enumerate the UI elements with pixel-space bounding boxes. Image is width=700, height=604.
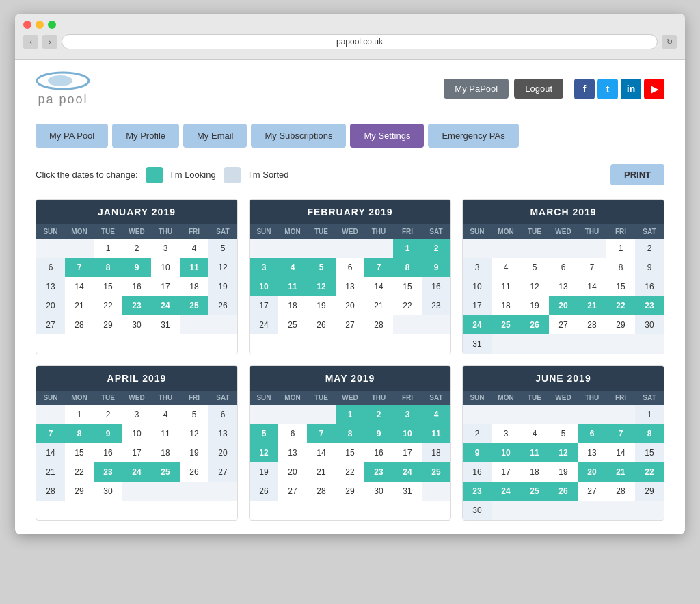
linkedin-icon[interactable]: in xyxy=(621,79,641,99)
day-cell[interactable]: 2 xyxy=(364,405,393,424)
day-cell[interactable]: 2 xyxy=(94,405,122,424)
day-cell[interactable]: 14 xyxy=(65,277,94,296)
day-cell[interactable]: 11 xyxy=(180,258,208,277)
day-cell[interactable]: 26 xyxy=(180,462,208,482)
twitter-icon[interactable]: t xyxy=(597,79,618,99)
day-cell[interactable]: 25 xyxy=(520,482,549,501)
day-cell[interactable]: 17 xyxy=(151,277,180,296)
day-cell[interactable]: 1 xyxy=(94,239,122,258)
day-cell[interactable]: 29 xyxy=(65,482,94,501)
day-cell[interactable]: 13 xyxy=(549,277,578,296)
day-cell[interactable]: 3 xyxy=(122,405,151,424)
day-cell[interactable]: 9 xyxy=(635,258,664,277)
day-cell[interactable]: 1 xyxy=(336,405,364,424)
day-cell[interactable]: 3 xyxy=(463,258,492,277)
day-cell[interactable]: 6 xyxy=(336,258,364,277)
day-cell[interactable]: 27 xyxy=(549,315,578,334)
maximize-dot[interactable] xyxy=(48,21,56,29)
day-cell[interactable]: 12 xyxy=(208,258,237,277)
day-cell[interactable]: 7 xyxy=(364,258,393,277)
day-cell[interactable]: 6 xyxy=(578,424,606,443)
day-cell[interactable]: 11 xyxy=(520,443,549,462)
day-cell[interactable]: 5 xyxy=(549,424,578,443)
day-cell[interactable]: 15 xyxy=(393,277,422,296)
day-cell[interactable]: 10 xyxy=(151,258,180,277)
day-cell[interactable]: 15 xyxy=(606,277,635,296)
day-cell[interactable]: 17 xyxy=(463,296,492,315)
day-cell[interactable]: 18 xyxy=(180,277,208,296)
day-cell[interactable]: 16 xyxy=(122,277,151,296)
day-cell[interactable]: 10 xyxy=(492,443,520,462)
day-cell[interactable]: 5 xyxy=(180,405,208,424)
day-cell[interactable]: 13 xyxy=(208,424,237,443)
day-cell[interactable]: 24 xyxy=(463,315,492,334)
day-cell[interactable]: 28 xyxy=(606,482,635,501)
day-cell[interactable]: 19 xyxy=(549,462,578,482)
day-cell[interactable]: 25 xyxy=(422,462,450,482)
day-cell[interactable]: 18 xyxy=(151,443,180,462)
day-cell[interactable]: 5 xyxy=(520,258,549,277)
day-cell[interactable]: 20 xyxy=(278,462,307,482)
day-cell[interactable]: 11 xyxy=(422,424,450,443)
day-cell[interactable]: 21 xyxy=(307,462,336,482)
day-cell[interactable]: 31 xyxy=(151,315,180,334)
day-cell[interactable]: 20 xyxy=(336,296,364,315)
day-cell[interactable]: 28 xyxy=(65,315,94,334)
day-cell[interactable]: 27 xyxy=(278,482,307,501)
day-cell[interactable]: 30 xyxy=(463,501,492,520)
day-cell[interactable]: 24 xyxy=(393,462,422,482)
day-cell[interactable]: 2 xyxy=(635,239,664,258)
day-cell[interactable]: 19 xyxy=(180,443,208,462)
day-cell[interactable]: 24 xyxy=(151,296,180,315)
day-cell[interactable]: 23 xyxy=(122,296,151,315)
day-cell[interactable]: 15 xyxy=(635,443,664,462)
forward-button[interactable]: › xyxy=(42,35,57,49)
day-cell[interactable]: 19 xyxy=(307,296,336,315)
day-cell[interactable]: 19 xyxy=(208,277,237,296)
nav-my-email[interactable]: My Email xyxy=(183,124,247,148)
day-cell[interactable]: 6 xyxy=(278,424,307,443)
day-cell[interactable]: 25 xyxy=(278,315,307,334)
day-cell[interactable]: 7 xyxy=(578,258,606,277)
day-cell[interactable]: 3 xyxy=(492,424,520,443)
day-cell[interactable]: 23 xyxy=(635,296,664,315)
day-cell[interactable]: 23 xyxy=(94,462,122,482)
day-cell[interactable]: 10 xyxy=(393,424,422,443)
day-cell[interactable]: 9 xyxy=(463,443,492,462)
day-cell[interactable]: 16 xyxy=(364,443,393,462)
day-cell[interactable]: 13 xyxy=(578,443,606,462)
day-cell[interactable]: 7 xyxy=(65,258,94,277)
day-cell[interactable]: 19 xyxy=(520,296,549,315)
day-cell[interactable]: 11 xyxy=(151,424,180,443)
day-cell[interactable]: 9 xyxy=(422,258,450,277)
day-cell[interactable]: 30 xyxy=(635,315,664,334)
day-cell[interactable]: 29 xyxy=(635,482,664,501)
nav-my-profile[interactable]: My Profile xyxy=(112,124,179,148)
day-cell[interactable]: 21 xyxy=(65,296,94,315)
day-cell[interactable]: 22 xyxy=(393,296,422,315)
nav-emergency-pas[interactable]: Emergency PAs xyxy=(428,124,518,148)
day-cell[interactable]: 8 xyxy=(336,424,364,443)
day-cell[interactable]: 22 xyxy=(606,296,635,315)
my-papool-button[interactable]: My PaPool xyxy=(444,79,509,99)
day-cell[interactable]: 29 xyxy=(94,315,122,334)
day-cell[interactable]: 18 xyxy=(492,296,520,315)
day-cell[interactable]: 6 xyxy=(36,258,65,277)
day-cell[interactable]: 23 xyxy=(422,296,450,315)
day-cell[interactable]: 20 xyxy=(208,443,237,462)
day-cell[interactable]: 7 xyxy=(307,424,336,443)
day-cell[interactable]: 17 xyxy=(492,462,520,482)
day-cell[interactable]: 14 xyxy=(578,277,606,296)
day-cell[interactable]: 3 xyxy=(250,258,278,277)
day-cell[interactable]: 24 xyxy=(492,482,520,501)
day-cell[interactable]: 14 xyxy=(307,443,336,462)
day-cell[interactable]: 26 xyxy=(250,482,278,501)
day-cell[interactable]: 18 xyxy=(422,443,450,462)
day-cell[interactable]: 28 xyxy=(307,482,336,501)
logout-button[interactable]: Logout xyxy=(514,79,563,99)
day-cell[interactable]: 8 xyxy=(635,424,664,443)
nav-my-settings[interactable]: My Settings xyxy=(350,124,424,148)
day-cell[interactable]: 15 xyxy=(336,443,364,462)
day-cell[interactable]: 19 xyxy=(250,462,278,482)
day-cell[interactable]: 20 xyxy=(36,296,65,315)
